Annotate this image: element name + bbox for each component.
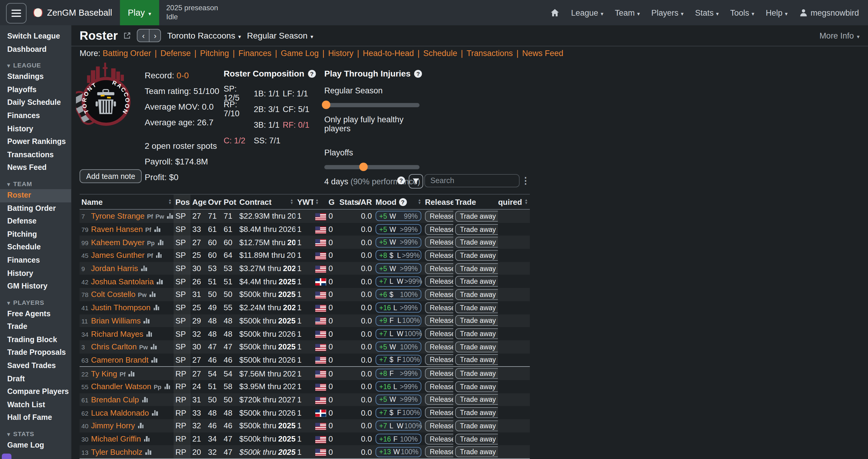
player-name-link[interactable]: Brian Williams <box>91 316 141 325</box>
mood-badge[interactable]: +5W99% <box>375 211 421 221</box>
mood-badge[interactable]: +7L W100% <box>375 421 421 431</box>
nav-menu-help[interactable]: Help <box>766 8 788 17</box>
nav-menu-stats[interactable]: Stats <box>695 8 719 17</box>
trade-away-button[interactable]: Trade away <box>455 433 498 444</box>
column-header-ovr[interactable]: Ovr <box>206 194 222 209</box>
sidebar-item-standings[interactable]: Standings <box>0 70 71 84</box>
stats-chart-icon[interactable] <box>152 357 157 363</box>
sidebar-item-schedule[interactable]: Schedule <box>0 241 71 254</box>
player-name-link[interactable]: Michael Griffin <box>91 434 141 443</box>
sidebar-item-hall-of-fame[interactable]: Hall of Fame <box>0 412 71 425</box>
sidebar-item-dashboard[interactable]: Dashboard <box>0 43 71 56</box>
sidebar-item-finances[interactable]: Finances <box>0 254 71 267</box>
column-header-contract[interactable]: Contract <box>238 194 296 209</box>
trade-away-button[interactable]: Trade away <box>455 394 498 405</box>
stats-chart-icon[interactable] <box>156 253 162 258</box>
player-name-link[interactable]: Richard Mayes <box>91 329 143 338</box>
release-button[interactable]: Release <box>425 433 453 444</box>
filter-button[interactable] <box>409 174 423 189</box>
more-link-schedule[interactable]: Schedule <box>423 49 457 58</box>
mood-badge[interactable]: +7$ F100% <box>375 355 421 365</box>
mood-badge[interactable]: +5W>99% <box>375 263 421 273</box>
stats-chart-icon[interactable] <box>154 227 160 232</box>
release-button[interactable]: Release <box>425 211 453 222</box>
trade-away-button[interactable]: Trade away <box>455 211 498 222</box>
column-header-war[interactable]: WAR <box>358 194 374 209</box>
release-button[interactable]: Release <box>425 263 453 274</box>
more-link-finances[interactable]: Finances <box>239 49 272 58</box>
trade-away-button[interactable]: Trade away <box>455 315 498 326</box>
release-button[interactable]: Release <box>425 341 453 352</box>
stats-chart-icon[interactable] <box>146 449 151 455</box>
sidebar-item-game-log[interactable]: Game Log <box>0 439 71 452</box>
slider-thumb[interactable] <box>359 163 368 171</box>
trade-away-button[interactable]: Trade away <box>455 368 498 379</box>
player-name-link[interactable]: Tyler Buchholz <box>91 447 143 456</box>
nav-menu-players[interactable]: Players <box>651 8 684 17</box>
player-name-link[interactable]: Ty King <box>91 369 117 378</box>
nav-menu-team[interactable]: Team <box>615 8 640 17</box>
mood-badge[interactable]: +16F100% <box>375 434 421 444</box>
sidebar-item-trade[interactable]: Trade <box>0 321 71 334</box>
release-button[interactable]: Release <box>425 237 453 248</box>
stats-chart-icon[interactable] <box>146 331 152 336</box>
player-name-link[interactable]: Luca Maldonado <box>91 408 149 417</box>
column-header-release[interactable]: Release <box>423 194 453 209</box>
mood-badge[interactable]: +5W>99% <box>375 237 421 247</box>
trade-away-button[interactable]: Trade away <box>455 302 498 313</box>
player-name-link[interactable]: Tyrone Strange <box>91 212 145 221</box>
mood-badge[interactable]: +9F L100% <box>375 316 421 326</box>
nav-menu-league[interactable]: League <box>571 8 603 17</box>
release-button[interactable]: Release <box>425 224 453 235</box>
sidebar-item-roster[interactable]: Roster <box>0 189 71 202</box>
sidebar-item-history[interactable]: History <box>0 267 71 280</box>
player-name-link[interactable]: James Gunther <box>91 251 145 260</box>
sidebar-item-draft[interactable]: Draft <box>0 372 71 386</box>
player-name-link[interactable]: Chris Carlton <box>91 342 137 351</box>
player-name-link[interactable]: Kaheem Dwyer <box>91 238 145 247</box>
help-icon[interactable] <box>399 198 407 206</box>
more-info-dropdown[interactable]: More Info <box>819 31 868 40</box>
release-button[interactable]: Release <box>425 446 453 457</box>
column-header-g[interactable]: G <box>327 194 338 209</box>
mood-badge[interactable]: +16L>99% <box>375 382 421 392</box>
more-link-defense[interactable]: Defense <box>160 49 191 58</box>
sidebar-item-playoffs[interactable]: Playoffs <box>0 84 71 97</box>
help-icon[interactable] <box>308 70 316 77</box>
sidebar-item-watch-list[interactable]: Watch List <box>0 399 71 412</box>
season-dropdown[interactable]: Regular Season <box>247 31 313 40</box>
more-link-history[interactable]: History <box>328 49 353 58</box>
sidebar-item-news-feed[interactable]: News Feed <box>0 162 71 175</box>
sidebar-item-power-rankings[interactable]: Power Rankings <box>0 135 71 149</box>
trade-away-button[interactable]: Trade away <box>455 421 498 431</box>
sidebar-section-team[interactable]: TEAM <box>0 178 71 189</box>
trade-away-button[interactable]: Trade away <box>455 250 498 261</box>
mood-badge[interactable]: +8$ L>99% <box>375 250 421 261</box>
release-button[interactable]: Release <box>425 315 453 326</box>
column-header-name[interactable]: Name <box>80 194 174 209</box>
column-header-trade[interactable]: Trade <box>453 194 498 209</box>
trade-away-button[interactable]: Trade away <box>455 328 498 339</box>
mood-badge[interactable]: +5W>99% <box>375 395 421 405</box>
sidebar-section-league[interactable]: LEAGUE <box>0 60 71 70</box>
home-button[interactable] <box>551 8 560 17</box>
user-menu[interactable]: megsnowbird <box>799 8 859 17</box>
add-team-note-button[interactable]: Add team note <box>80 169 142 183</box>
sidebar-item-transactions[interactable]: Transactions <box>0 149 71 162</box>
regular-season-slider[interactable] <box>324 103 420 107</box>
sidebar-item-finances[interactable]: Finances <box>0 110 71 123</box>
sidebar-item-pitching[interactable]: Pitching <box>0 228 71 241</box>
trade-away-button[interactable]: Trade away <box>455 263 498 274</box>
sidebar-item-compare-players[interactable]: Compare Players <box>0 386 71 399</box>
trade-away-button[interactable]: Trade away <box>455 381 498 392</box>
sidebar-item-batting-order[interactable]: Batting Order <box>0 202 71 215</box>
player-name-link[interactable]: Jimmy Horry <box>91 421 135 430</box>
floating-app-icon[interactable] <box>2 454 11 459</box>
release-button[interactable]: Release <box>425 381 453 392</box>
mood-badge[interactable]: +6$100% <box>375 289 421 300</box>
slider-thumb[interactable] <box>322 101 330 109</box>
stats-chart-icon[interactable] <box>144 318 150 324</box>
stats-chart-icon[interactable] <box>138 423 144 429</box>
sidebar-item-saved-trades[interactable]: Saved Trades <box>0 360 71 372</box>
mood-badge[interactable]: +5W>99% <box>375 224 421 234</box>
